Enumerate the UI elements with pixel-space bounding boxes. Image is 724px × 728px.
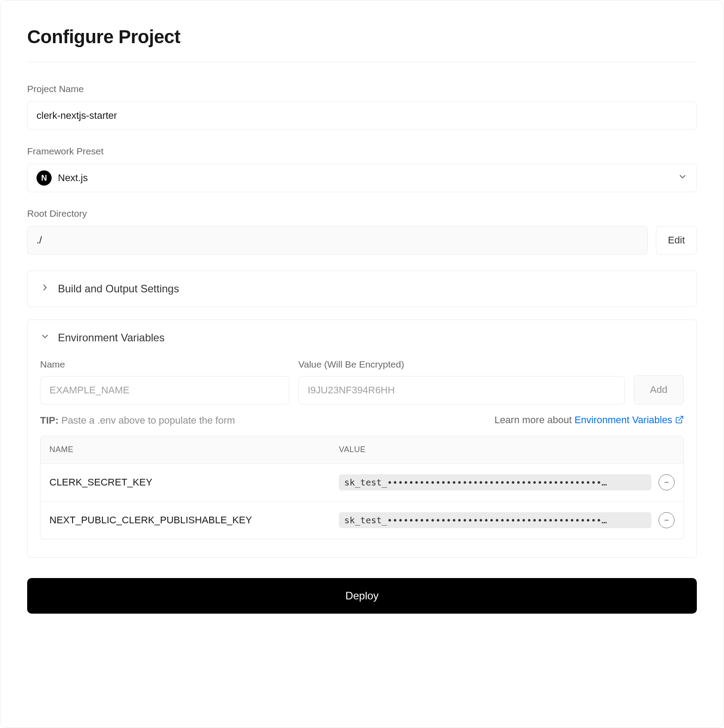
build-output-toggle[interactable]: Build and Output Settings — [28, 271, 696, 307]
project-name-field: Project Name — [27, 84, 697, 130]
env-tip-text: Paste a .env above to populate the form — [61, 415, 235, 426]
framework-preset-value: Next.js — [58, 172, 88, 184]
root-directory-label: Root Directory — [27, 208, 697, 219]
env-name-label: Name — [40, 359, 289, 370]
env-row-name: CLERK_SECRET_KEY — [49, 477, 339, 488]
env-value-input[interactable] — [298, 376, 625, 404]
env-learn-text: Learn more about — [494, 414, 574, 425]
env-table-header-name: NAME — [49, 445, 339, 454]
build-output-title: Build and Output Settings — [58, 283, 179, 295]
nextjs-icon: N — [37, 170, 52, 186]
root-directory-edit-button[interactable]: Edit — [656, 226, 697, 255]
root-directory-field: Root Directory ./ Edit — [27, 208, 697, 255]
env-vars-section: Environment Variables Name Value (Will B… — [27, 320, 697, 558]
env-table-row: CLERK_SECRET_KEY sk_test_•••••••••••••••… — [41, 463, 683, 501]
env-learn-link[interactable]: Environment Variables — [574, 414, 684, 425]
env-vars-table: NAME VALUE CLERK_SECRET_KEY sk_test_••••… — [40, 436, 684, 539]
chevron-down-icon — [40, 332, 50, 344]
env-row-value: sk_test_••••••••••••••••••••••••••••••••… — [339, 512, 651, 528]
deploy-button[interactable]: Deploy — [27, 578, 697, 614]
env-row-name: NEXT_PUBLIC_CLERK_PUBLISHABLE_KEY — [49, 514, 339, 526]
env-name-input[interactable] — [40, 376, 289, 404]
project-name-label: Project Name — [27, 84, 697, 94]
env-tip: TIP: Paste a .env above to populate the … — [40, 415, 235, 426]
framework-preset-select[interactable]: N Next.js — [27, 164, 697, 192]
configure-project-card: Configure Project Project Name Framework… — [0, 0, 724, 728]
chevron-right-icon — [40, 283, 50, 295]
env-vars-toggle[interactable]: Environment Variables — [28, 320, 696, 356]
env-row-remove-button[interactable] — [659, 512, 675, 528]
env-add-button[interactable]: Add — [634, 375, 684, 404]
page-title: Configure Project — [27, 26, 697, 62]
project-name-input[interactable] — [27, 101, 697, 130]
svg-line-0 — [679, 417, 683, 421]
env-learn-more: Learn more about Environment Variables — [494, 414, 684, 427]
minus-circle-icon — [663, 517, 670, 524]
env-vars-title: Environment Variables — [58, 332, 165, 344]
chevron-down-icon — [678, 172, 687, 184]
framework-preset-field: Framework Preset N Next.js — [27, 146, 697, 192]
env-row-remove-button[interactable] — [659, 474, 675, 490]
external-link-icon — [675, 415, 684, 427]
framework-preset-label: Framework Preset — [27, 146, 697, 157]
env-table-header: NAME VALUE — [41, 436, 683, 463]
env-table-header-value: VALUE — [339, 445, 675, 454]
root-directory-value: ./ — [27, 226, 648, 255]
build-output-section: Build and Output Settings — [27, 271, 697, 307]
env-row-value: sk_test_••••••••••••••••••••••••••••••••… — [339, 474, 651, 490]
minus-circle-icon — [663, 479, 670, 486]
env-value-label: Value (Will Be Encrypted) — [298, 359, 625, 370]
env-tip-label: TIP: — [40, 415, 59, 426]
env-table-row: NEXT_PUBLIC_CLERK_PUBLISHABLE_KEY sk_tes… — [41, 501, 683, 539]
